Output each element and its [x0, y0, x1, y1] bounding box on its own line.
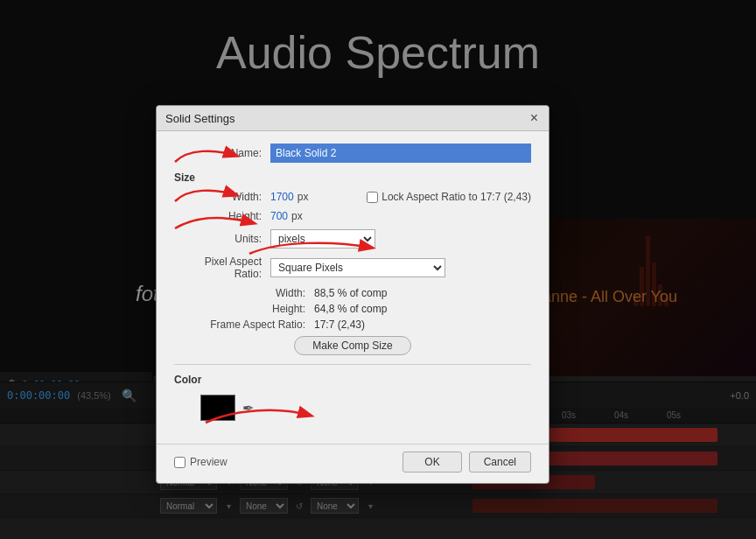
width-pct-row: Width: 88,5 % of comp: [174, 287, 531, 299]
height-pct-value: 64,8 % of comp: [314, 303, 387, 315]
ok-button[interactable]: OK: [402, 452, 461, 472]
color-section-label: Color: [174, 374, 531, 386]
width-pct-label: Width:: [174, 287, 314, 299]
pixel-aspect-row: Pixel Aspect Ratio: Square Pixels D1/DV …: [174, 256, 531, 280]
dialog-titlebar: Solid Settings ×: [157, 106, 549, 131]
dialog-title: Solid Settings: [165, 112, 235, 125]
lock-aspect-checkbox[interactable]: [367, 192, 378, 203]
button-group: OK Cancel: [402, 452, 531, 472]
preview-label: Preview: [190, 456, 228, 468]
frame-aspect-value: 17:7 (2,43): [314, 318, 365, 331]
arrow-width: [171, 179, 241, 206]
arrow-name: [171, 140, 241, 166]
preview-checkbox[interactable]: [174, 457, 186, 468]
arrow-color: [201, 398, 315, 429]
arrow-height: [171, 208, 258, 233]
dialog-footer: Preview OK Cancel: [157, 444, 549, 483]
width-pct-value: 88,5 % of comp: [314, 287, 387, 299]
lock-label: Lock Aspect Ratio to 17:7 (2,43): [382, 191, 531, 203]
height-pct-row: Height: 64,8 % of comp: [174, 303, 531, 315]
lock-row: Lock Aspect Ratio to 17:7 (2,43): [367, 191, 531, 203]
width-value[interactable]: 1700: [270, 191, 294, 203]
pixel-aspect-label: Pixel Aspect Ratio:: [174, 256, 270, 280]
frame-aspect-row: Frame Aspect Ratio: 17:7 (2,43): [174, 318, 531, 331]
preview-row: Preview: [174, 456, 228, 468]
arrow-units: [245, 232, 376, 258]
dialog-body: Name: Size Width: 1700 px Lock Aspect Ra…: [157, 131, 549, 444]
width-unit: px: [298, 191, 309, 203]
cancel-button[interactable]: Cancel: [469, 452, 531, 472]
height-pct-label: Height:: [174, 303, 314, 315]
frame-aspect-label: Frame Aspect Ratio:: [174, 318, 314, 331]
name-input[interactable]: [270, 144, 531, 163]
pixel-aspect-select[interactable]: Square Pixels D1/DV NTSC D1/DV PAL: [270, 258, 445, 277]
make-comp-size-button[interactable]: Make Comp Size: [294, 336, 410, 355]
height-value[interactable]: 700: [270, 210, 288, 222]
height-unit: px: [291, 210, 303, 222]
dialog-close-button[interactable]: ×: [528, 111, 540, 125]
